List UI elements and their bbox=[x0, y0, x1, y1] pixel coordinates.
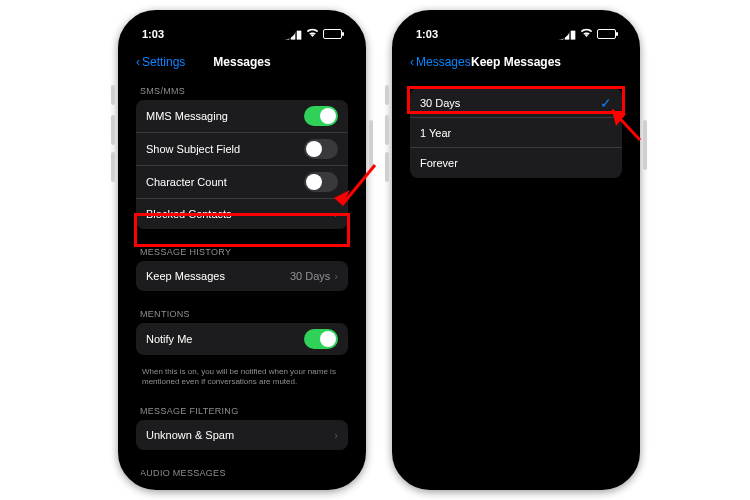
toggle-charcount[interactable] bbox=[304, 172, 338, 192]
toggle-mms[interactable] bbox=[304, 106, 338, 126]
vol-down bbox=[385, 152, 389, 182]
option-30-days[interactable]: 30 Days ✓ bbox=[410, 88, 622, 118]
section-sms-header: SMS/MMS bbox=[128, 76, 356, 100]
section-filter-header: MESSAGE FILTERING bbox=[128, 396, 356, 420]
row-notify-me[interactable]: Notify Me bbox=[136, 323, 348, 355]
power-button bbox=[369, 120, 373, 170]
vol-up bbox=[385, 115, 389, 145]
wifi-icon bbox=[580, 28, 593, 40]
chevron-left-icon: ‹ bbox=[410, 55, 414, 69]
screen: 1:03 ▮▮▮▮ 76 ‹ Messages Keep Messages 30… bbox=[402, 20, 630, 480]
row-character-count[interactable]: Character Count bbox=[136, 166, 348, 199]
power-button bbox=[643, 120, 647, 170]
battery-icon: 76 bbox=[597, 29, 616, 39]
nav-bar: ‹ Messages Keep Messages bbox=[402, 48, 630, 76]
toggle-notify[interactable] bbox=[304, 329, 338, 349]
group-sms: MMS Messaging Show Subject Field Charact… bbox=[136, 100, 348, 229]
status-time: 1:03 bbox=[142, 28, 164, 40]
back-button[interactable]: ‹ Messages bbox=[410, 55, 471, 69]
notch bbox=[461, 20, 571, 40]
group-history: Keep Messages 30 Days › bbox=[136, 261, 348, 291]
phone-messages-settings: 1:03 ▮▮▮▮ 76 ‹ Settings Messages SMS/MMS… bbox=[118, 10, 366, 490]
vol-down bbox=[111, 152, 115, 182]
settings-list[interactable]: SMS/MMS MMS Messaging Show Subject Field… bbox=[128, 76, 356, 480]
options-list[interactable]: 30 Days ✓ 1 Year Forever bbox=[402, 76, 630, 480]
mute-switch bbox=[111, 85, 115, 105]
back-label: Messages bbox=[416, 55, 471, 69]
group-filter: Unknown & Spam › bbox=[136, 420, 348, 450]
page-title: Messages bbox=[213, 55, 270, 69]
option-1-year[interactable]: 1 Year bbox=[410, 118, 622, 148]
option-forever[interactable]: Forever bbox=[410, 148, 622, 178]
row-show-subject[interactable]: Show Subject Field bbox=[136, 133, 348, 166]
battery-icon: 76 bbox=[323, 29, 342, 39]
chevron-right-icon: › bbox=[334, 270, 338, 282]
back-label: Settings bbox=[142, 55, 185, 69]
mentions-footer: When this is on, you will be notified wh… bbox=[128, 363, 356, 396]
row-unknown-spam[interactable]: Unknown & Spam › bbox=[136, 420, 348, 450]
group-mentions: Notify Me bbox=[136, 323, 348, 355]
nav-bar: ‹ Settings Messages bbox=[128, 48, 356, 76]
back-button[interactable]: ‹ Settings bbox=[136, 55, 185, 69]
checkmark-icon: ✓ bbox=[600, 95, 612, 111]
row-keep-messages[interactable]: Keep Messages 30 Days › bbox=[136, 261, 348, 291]
chevron-right-icon: › bbox=[334, 429, 338, 441]
group-keep-options: 30 Days ✓ 1 Year Forever bbox=[410, 88, 622, 178]
vol-up bbox=[111, 115, 115, 145]
screen: 1:03 ▮▮▮▮ 76 ‹ Settings Messages SMS/MMS… bbox=[128, 20, 356, 480]
mute-switch bbox=[385, 85, 389, 105]
wifi-icon bbox=[306, 28, 319, 40]
row-blocked-contacts[interactable]: Blocked Contacts › bbox=[136, 199, 348, 229]
status-time: 1:03 bbox=[416, 28, 438, 40]
toggle-subject[interactable] bbox=[304, 139, 338, 159]
row-mms-messaging[interactable]: MMS Messaging bbox=[136, 100, 348, 133]
phone-keep-messages: 1:03 ▮▮▮▮ 76 ‹ Messages Keep Messages 30… bbox=[392, 10, 640, 490]
keep-value: 30 Days bbox=[290, 270, 330, 282]
notch bbox=[187, 20, 297, 40]
section-mentions-header: MENTIONS bbox=[128, 299, 356, 323]
section-audio-header: AUDIO MESSAGES bbox=[128, 458, 356, 480]
chevron-right-icon: › bbox=[334, 208, 338, 220]
section-history-header: MESSAGE HISTORY bbox=[128, 237, 356, 261]
chevron-left-icon: ‹ bbox=[136, 55, 140, 69]
page-title: Keep Messages bbox=[471, 55, 561, 69]
